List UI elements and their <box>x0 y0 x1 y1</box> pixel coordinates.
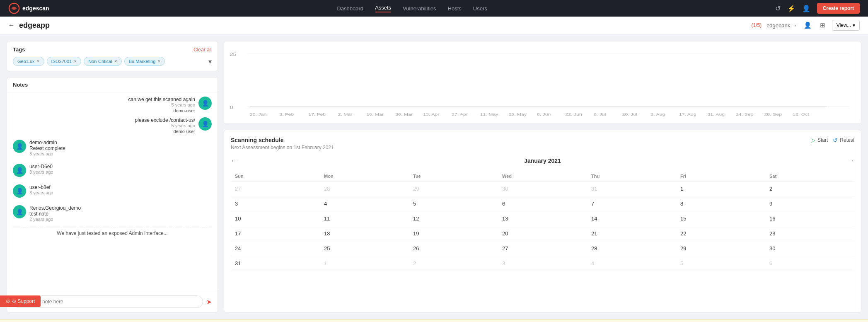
nav-users[interactable]: Users <box>473 5 487 12</box>
calendar-day[interactable]: 30 <box>765 241 854 256</box>
note-truncated: We have just tested an exposed Admin Int… <box>13 228 212 236</box>
calendar-day[interactable]: 27 <box>498 241 587 256</box>
calendar-day[interactable]: 11 <box>320 211 409 226</box>
calendar-day[interactable]: 1 <box>676 182 765 196</box>
support-button[interactable]: ⊙ ⊙ Support <box>0 295 41 307</box>
send-note-button[interactable]: ➤ <box>206 298 212 306</box>
tags-dropdown-icon[interactable]: ▾ <box>208 58 212 65</box>
calendar-day[interactable]: 3 <box>498 256 587 271</box>
calendar-day[interactable]: 23 <box>765 226 854 241</box>
calendar-day[interactable]: 28 <box>587 241 676 256</box>
note-time: 3 years ago <box>29 169 53 174</box>
calendar-day[interactable]: 27 <box>231 182 320 196</box>
calendar-day[interactable]: 10 <box>231 211 320 226</box>
calendar-day[interactable]: 7 <box>587 196 676 211</box>
calendar-day[interactable]: 12 <box>409 211 498 226</box>
cal-header-tue: Tue <box>409 171 498 182</box>
calendar-day[interactable]: 13 <box>498 211 587 226</box>
user-profile-icon[interactable]: 👤 <box>802 20 813 31</box>
nav-hosts[interactable]: Hosts <box>448 5 462 12</box>
note-text: please exclude /contact-us/ <box>13 117 195 123</box>
calendar-day[interactable]: 2 <box>409 256 498 271</box>
tag-bumarketing-remove[interactable]: × <box>157 58 160 64</box>
clear-all-button[interactable]: Clear all <box>193 47 212 53</box>
svg-text:20. Jul: 20. Jul <box>622 112 637 116</box>
note-content: user-b8ef 3 years ago <box>29 184 53 195</box>
calendar-day[interactable]: 20 <box>498 226 587 241</box>
tag-noncritical-remove[interactable]: × <box>114 58 117 64</box>
tag-bumarketing[interactable]: Bu:Marketing × <box>124 57 165 66</box>
svg-text:2. Mar: 2. Mar <box>338 112 353 116</box>
tag-iso27001-remove[interactable]: × <box>74 58 77 64</box>
note-input[interactable] <box>13 295 203 308</box>
calendar-day[interactable]: 18 <box>320 226 409 241</box>
calendar-day[interactable]: 6 <box>765 256 854 271</box>
user-icon[interactable]: 👤 <box>802 5 810 12</box>
calendar-day[interactable]: 1 <box>320 256 409 271</box>
svg-text:8. Jun: 8. Jun <box>537 112 551 116</box>
calendar-day[interactable]: 24 <box>231 241 320 256</box>
calendar-day[interactable]: 2 <box>765 182 854 196</box>
pagination-info: (1/5) <box>751 22 762 28</box>
calendar-next-button[interactable]: → <box>848 157 854 165</box>
calendar-day[interactable]: 6 <box>498 196 587 211</box>
calendar-day[interactable]: 17 <box>231 226 320 241</box>
note-content: can we get this scanned again 5 years ag… <box>13 97 195 113</box>
calendar-day[interactable]: 31 <box>231 256 320 271</box>
avatar: 👤 <box>13 140 26 153</box>
create-report-button[interactable]: Create report <box>817 3 860 14</box>
nav-vulnerabilities[interactable]: Vulnerabilities <box>403 5 436 12</box>
calendar-day[interactable]: 28 <box>320 182 409 196</box>
grid-view-icon[interactable]: ⊞ <box>818 20 827 31</box>
nav-assets[interactable]: Assets <box>375 5 391 12</box>
calendar-day[interactable]: 5 <box>676 256 765 271</box>
retest-button[interactable]: ↺ Retest <box>833 137 854 143</box>
note-time: 2 years ago <box>29 217 81 222</box>
note-content: Renos.Georgiou_demo test note 2 years ag… <box>29 205 81 222</box>
note-text: test note <box>29 211 81 217</box>
tag-noncritical[interactable]: Non-Critical × <box>84 57 121 66</box>
calendar-day[interactable]: 14 <box>587 211 676 226</box>
calendar-day[interactable]: 26 <box>409 241 498 256</box>
calendar-day[interactable]: 4 <box>320 196 409 211</box>
calendar-day[interactable]: 19 <box>409 226 498 241</box>
svg-text:25. May: 25. May <box>508 112 527 116</box>
calendar-day[interactable]: 4 <box>587 256 676 271</box>
nav-links: Dashboard Assets Vulnerabilities Hosts U… <box>337 5 487 12</box>
start-button[interactable]: ▷ Start <box>811 137 828 143</box>
nav-dashboard[interactable]: Dashboard <box>337 5 363 12</box>
calendar-day[interactable]: 30 <box>498 182 587 196</box>
calendar-day[interactable]: 9 <box>765 196 854 211</box>
calendar-day[interactable]: 16 <box>765 211 854 226</box>
calendar-day[interactable]: 3 <box>231 196 320 211</box>
tag-geolux[interactable]: Geo:Lux × <box>13 57 44 66</box>
calendar-day[interactable]: 21 <box>587 226 676 241</box>
calendar-day[interactable]: 22 <box>676 226 765 241</box>
tags-title: Tags <box>13 46 25 53</box>
calendar-day[interactable]: 25 <box>320 241 409 256</box>
schedule-section: Scanning schedule Next Assessment begins… <box>224 130 861 312</box>
calendar-day[interactable]: 31 <box>587 182 676 196</box>
tag-iso27001[interactable]: ISO27001 × <box>47 57 82 66</box>
svg-text:12. Oct: 12. Oct <box>793 112 809 116</box>
activity-icon[interactable]: ⚡ <box>787 5 795 12</box>
tag-geolux-remove[interactable]: × <box>37 58 40 64</box>
schedule-title-block: Scanning schedule Next Assessment begins… <box>231 137 334 150</box>
calendar-day[interactable]: 15 <box>676 211 765 226</box>
play-icon: ▷ <box>811 137 815 143</box>
edgebank-link[interactable]: edgebank → <box>766 22 797 29</box>
view-dropdown[interactable]: View... ▾ <box>832 20 860 31</box>
calendar-grid: Sun Mon Tue Wed Thu Fri Sat 272829303112… <box>231 171 854 271</box>
note-item: 👤 demo-admin Retest complete 3 years ago <box>13 138 212 158</box>
back-button[interactable]: ← <box>8 22 15 29</box>
calendar-day[interactable]: 8 <box>676 196 765 211</box>
calendar-day[interactable]: 5 <box>409 196 498 211</box>
note-time: 3 years ago <box>29 151 65 156</box>
calendar-day[interactable]: 29 <box>409 182 498 196</box>
calendar-prev-button[interactable]: ← <box>231 157 237 165</box>
svg-text:13. Apr: 13. Apr <box>423 112 439 116</box>
avatar: 👤 <box>13 205 26 218</box>
calendar-day[interactable]: 29 <box>676 241 765 256</box>
svg-text:31. Aug: 31. Aug <box>707 112 725 116</box>
history-icon[interactable]: ↺ <box>775 5 781 12</box>
